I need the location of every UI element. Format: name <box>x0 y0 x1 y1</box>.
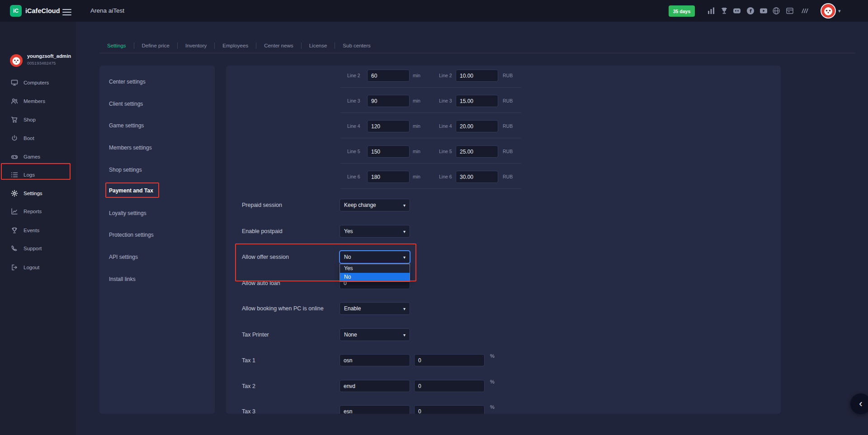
logout-icon <box>11 264 18 271</box>
sidebar-item-label: Members <box>24 98 45 104</box>
line2-minutes-input[interactable] <box>367 70 410 82</box>
tab-define-price[interactable]: Define price <box>134 43 177 48</box>
nav-item-api-settings[interactable]: API settings <box>99 253 215 262</box>
line-minutes-label: Line 2 <box>347 70 360 82</box>
allow-offer-session-select[interactable]: No ▾ <box>340 251 410 263</box>
line4-price-input[interactable] <box>456 120 498 132</box>
allow-booking-select[interactable]: Enable ▾ <box>340 302 410 315</box>
layers-icon[interactable] <box>800 6 809 15</box>
minutes-unit-label: min <box>413 70 420 82</box>
sidebar-item-label: Settings <box>24 191 42 196</box>
sidebar-username: youngzsoft_admin <box>27 53 71 59</box>
nav-item-install-links[interactable]: Install links <box>99 275 215 284</box>
facebook-icon[interactable]: f <box>746 6 755 15</box>
line6-minutes-input[interactable] <box>367 171 410 183</box>
field-label: Enable postpaid <box>242 225 283 238</box>
dropdown-option-yes[interactable]: Yes <box>340 264 410 273</box>
gamepad-icon <box>11 153 18 160</box>
nav-item-client-settings[interactable]: Client settings <box>99 99 215 108</box>
sidebar-user-id: 005193482475 <box>27 61 56 65</box>
currency-unit-label: RUB <box>503 120 513 132</box>
field-label: Allow booking when PC is online <box>242 302 324 315</box>
percent-label: % <box>490 353 495 359</box>
field-label: Tax 1 <box>242 354 255 367</box>
profile-dropdown-chevron-icon[interactable]: ▾ <box>838 0 841 22</box>
tax-printer-select[interactable]: None ▾ <box>340 328 410 341</box>
tab-inventory[interactable]: Inventory <box>178 43 214 48</box>
line-price-label: Line 2 <box>439 70 452 82</box>
trophy-icon[interactable] <box>720 6 729 15</box>
sidebar-item-members[interactable]: Members <box>0 94 76 109</box>
line3-price-input[interactable] <box>456 95 498 107</box>
user-avatar[interactable] <box>821 3 836 19</box>
line2-price-input[interactable] <box>456 70 498 82</box>
tab-settings[interactable]: Settings <box>99 43 134 48</box>
tax1-name-input[interactable] <box>340 354 410 366</box>
prepaid-session-select[interactable]: Keep change ▾ <box>340 199 410 211</box>
logs-list-icon <box>11 171 18 178</box>
pos-terminal-icon[interactable] <box>785 6 794 15</box>
line-minutes-label: Line 5 <box>347 145 360 158</box>
sidebar-item-shop[interactable]: Shop <box>0 112 76 127</box>
minutes-unit-label: min <box>413 171 420 183</box>
sidebar-item-events[interactable]: Events <box>0 223 76 238</box>
dropdown-option-no[interactable]: No <box>340 273 410 281</box>
nav-item-payment-and-tax[interactable]: Payment and Tax <box>99 186 215 195</box>
select-dropdown-popup: Yes No <box>340 264 410 282</box>
globe-icon[interactable] <box>772 6 781 15</box>
app-root: iC iCafeCloud Arena aiTest 35 days f <box>0 0 868 435</box>
select-value: Enable <box>344 305 361 312</box>
sidebar-item-logs[interactable]: Logs <box>0 167 76 182</box>
sidebar-item-logout[interactable]: Logout <box>0 260 76 275</box>
sidebar-item-settings[interactable]: Settings <box>0 186 76 201</box>
form-row-allow-auto-loan: Allow auto loan <box>226 277 781 290</box>
nav-item-members-settings[interactable]: Members settings <box>99 143 215 152</box>
tax1-value-input[interactable] <box>414 354 485 366</box>
field-label: Prepaid session <box>242 199 282 211</box>
collapse-panel-button[interactable]: ‹ <box>850 393 868 414</box>
field-label: Tax 2 <box>242 380 255 393</box>
form-row-allow-booking: Allow booking when PC is online Enable ▾ <box>226 302 781 315</box>
tab-sub-centers[interactable]: Sub centers <box>335 43 378 48</box>
tab-center-news[interactable]: Center news <box>256 43 301 48</box>
discord-icon[interactable] <box>732 6 741 15</box>
tax3-value-input[interactable] <box>414 405 485 414</box>
sidebar-item-boot[interactable]: Boot <box>0 131 76 146</box>
form-row-tax3: Tax 3 % <box>226 405 781 414</box>
sidebar-item-label: Support <box>24 246 42 251</box>
hamburger-menu-icon[interactable] <box>62 7 71 14</box>
sidebar-item-reports[interactable]: Reports <box>0 204 76 219</box>
license-days-badge[interactable]: 35 days <box>669 5 695 17</box>
sidebar-item-computers[interactable]: Computers <box>0 75 76 90</box>
nav-item-game-settings[interactable]: Game settings <box>99 121 215 130</box>
settings-tabs: Settings Define price Inventory Employee… <box>99 38 378 53</box>
sidebar-item-support[interactable]: Support <box>0 241 76 256</box>
line5-price-input[interactable] <box>456 145 498 158</box>
form-row-tax1: Tax 1 % <box>226 354 781 367</box>
line-price-label: Line 5 <box>439 145 452 158</box>
line3-minutes-input[interactable] <box>367 95 410 107</box>
line-price-label: Line 6 <box>439 171 452 183</box>
minutes-unit-label: min <box>413 120 420 132</box>
nav-item-loyalty-settings[interactable]: Loyalty settings <box>99 209 215 218</box>
enable-postpaid-select[interactable]: Yes ▾ <box>340 225 410 238</box>
stats-icon[interactable] <box>707 6 716 15</box>
line6-price-input[interactable] <box>456 171 498 183</box>
sidebar: youngzsoft_admin 005193482475 Computers … <box>0 22 76 435</box>
sidebar-item-games[interactable]: Games <box>0 149 76 164</box>
tab-license[interactable]: License <box>302 43 335 48</box>
nav-item-protection-settings[interactable]: Protection settings <box>99 230 215 239</box>
tax2-value-input[interactable] <box>414 380 485 392</box>
tax2-name-input[interactable] <box>340 380 410 392</box>
form-row-enable-postpaid: Enable postpaid Yes ▾ <box>226 225 781 238</box>
line5-minutes-input[interactable] <box>367 145 410 158</box>
sidebar-avatar[interactable] <box>10 54 23 67</box>
tab-employees[interactable]: Employees <box>215 43 256 48</box>
youtube-icon[interactable] <box>759 6 768 15</box>
nav-item-shop-settings[interactable]: Shop settings <box>99 165 215 174</box>
tax3-name-input[interactable] <box>340 405 410 414</box>
line4-minutes-input[interactable] <box>367 120 410 132</box>
nav-item-center-settings[interactable]: Center settings <box>99 77 215 86</box>
currency-unit-label: RUB <box>503 145 513 158</box>
sidebar-item-label: Boot <box>24 136 34 141</box>
